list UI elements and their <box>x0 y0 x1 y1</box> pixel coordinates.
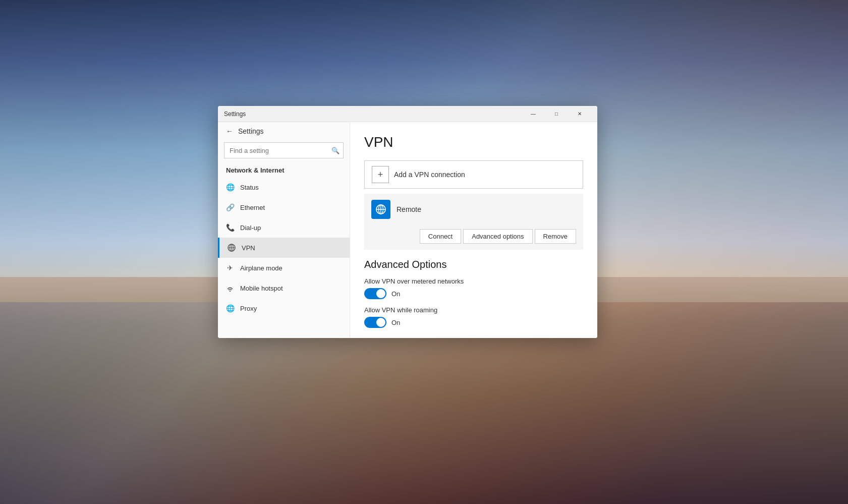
vpn-entry-actions: Connect Advanced options Remove <box>364 225 583 250</box>
proxy-icon: 🌐 <box>226 304 234 312</box>
dialup-icon: 📞 <box>226 223 234 232</box>
toggle-row-roaming: Allow VPN while roaming On <box>364 306 583 328</box>
maximize-button[interactable]: □ <box>545 106 568 122</box>
search-icon: 🔍 <box>331 147 340 154</box>
toggle-roaming-inner: On <box>364 317 583 328</box>
sidebar: ← Settings 🔍 Network & Internet 🌐 Status… <box>218 122 350 338</box>
page-title: VPN <box>364 134 583 150</box>
sidebar-back-button[interactable]: ← Settings <box>218 122 350 140</box>
vpn-entry: Remote Connect Advanced options Remove <box>364 194 583 250</box>
title-bar: Settings — □ ✕ <box>218 106 597 122</box>
toggle-metered-inner: On <box>364 288 583 299</box>
vpn-entry-header: Remote <box>364 194 583 225</box>
sidebar-item-label: Status <box>240 184 259 191</box>
sidebar-item-dialup[interactable]: 📞 Dial-up <box>218 217 350 238</box>
close-button[interactable]: ✕ <box>568 106 591 122</box>
window-controls: — □ ✕ <box>522 106 591 122</box>
sidebar-item-hotspot[interactable]: Mobile hotspot <box>218 278 350 298</box>
add-vpn-label: Add a VPN connection <box>394 171 465 179</box>
toggle-metered[interactable] <box>364 288 386 299</box>
advanced-options-title: Advanced Options <box>364 259 583 270</box>
main-content: VPN + Add a VPN connection <box>350 122 597 338</box>
back-icon: ← <box>226 127 233 135</box>
toggle-metered-label: Allow VPN over metered networks <box>364 277 583 285</box>
window-title: Settings <box>224 110 522 118</box>
settings-window: Settings — □ ✕ ← Settings 🔍 Network & In… <box>218 106 597 338</box>
sidebar-item-airplane[interactable]: ✈ Airplane mode <box>218 258 350 278</box>
sidebar-item-label: Dial-up <box>240 224 261 232</box>
vpn-icon <box>228 244 236 252</box>
vpn-entry-icon <box>371 200 390 219</box>
vpn-entry-name: Remote <box>397 205 421 213</box>
minimize-button[interactable]: — <box>522 106 545 122</box>
toggle-roaming-value: On <box>391 319 400 326</box>
window-body: ← Settings 🔍 Network & Internet 🌐 Status… <box>218 122 597 338</box>
sidebar-item-ethernet[interactable]: 🔗 Ethernet <box>218 197 350 217</box>
toggle-roaming[interactable] <box>364 317 386 328</box>
sidebar-item-label: Proxy <box>240 305 257 312</box>
sidebar-item-proxy[interactable]: 🌐 Proxy <box>218 298 350 318</box>
sidebar-item-status[interactable]: 🌐 Status <box>218 177 350 197</box>
sidebar-item-label: Airplane mode <box>240 264 282 272</box>
advanced-options-button[interactable]: Advanced options <box>463 229 532 244</box>
toggle-row-metered: Allow VPN over metered networks On <box>364 277 583 299</box>
add-vpn-button[interactable]: + Add a VPN connection <box>364 160 583 189</box>
search-input[interactable] <box>224 142 344 158</box>
sidebar-section-title: Network & Internet <box>218 162 350 177</box>
status-icon: 🌐 <box>226 183 234 191</box>
connect-button[interactable]: Connect <box>420 229 461 244</box>
ethernet-icon: 🔗 <box>226 203 234 211</box>
svg-point-4 <box>230 291 231 292</box>
hotspot-icon <box>226 284 234 292</box>
sidebar-item-label: Ethernet <box>240 204 265 211</box>
toggle-roaming-label: Allow VPN while roaming <box>364 306 583 314</box>
back-label: Settings <box>238 127 264 135</box>
add-icon: + <box>372 166 389 183</box>
sidebar-item-label: VPN <box>242 244 255 252</box>
remove-button[interactable]: Remove <box>535 229 576 244</box>
sidebar-item-vpn[interactable]: VPN <box>218 238 350 258</box>
sidebar-item-label: Mobile hotspot <box>240 285 283 292</box>
sidebar-search-container: 🔍 <box>224 142 344 158</box>
airplane-icon: ✈ <box>226 264 234 272</box>
toggle-metered-value: On <box>391 290 400 298</box>
